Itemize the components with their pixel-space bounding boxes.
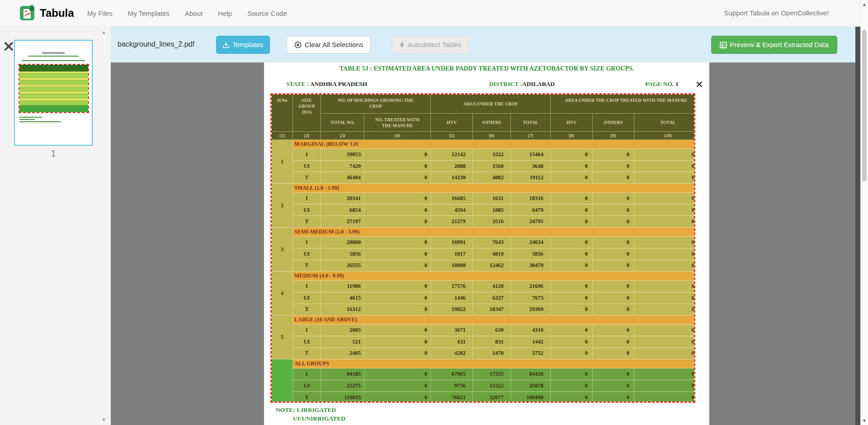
irrigation-type-cell: I (293, 368, 321, 380)
value-cell: 3516 (473, 216, 511, 228)
irrigation-type-cell: UI (293, 248, 321, 260)
state-label: STATE : (286, 81, 309, 87)
value-cell: 0 (551, 172, 593, 184)
value-cell: 0 (551, 248, 593, 260)
value-cell: 0 (551, 380, 593, 392)
value-cell: 3671 (431, 325, 473, 336)
value-cell: 0 (364, 237, 431, 248)
value-cell: 0 (364, 292, 431, 304)
thumb-selection-overlay (19, 64, 89, 113)
value-cell: 0 (364, 216, 431, 228)
slno-cell: 5 (272, 315, 293, 359)
value-cell: 0 (634, 193, 695, 205)
state-value: ANDHRA PRADESH (310, 81, 367, 87)
nav-my-templates[interactable]: My Templates (120, 10, 177, 17)
value-cell: 831 (473, 336, 511, 348)
value-cell: 0 (634, 172, 695, 184)
value-cell: 0 (551, 260, 593, 272)
page-thumbnail[interactable] (14, 40, 93, 146)
value-cell: 639 (473, 325, 511, 336)
value-cell: 0 (593, 304, 634, 316)
content-scrollbar[interactable] (855, 27, 860, 425)
value-cell: 15322 (473, 380, 511, 392)
pageno-value: 1 (675, 81, 679, 87)
sidebar-scroll-down-icon[interactable]: ▼ (101, 417, 106, 422)
size-group-band: SEMI-MEDIUM (2.0 - 3.99) (293, 228, 695, 237)
nav-source-code[interactable]: Source Code (240, 10, 295, 17)
header-hyv: HYV (551, 114, 593, 132)
value-cell: 94185 (321, 368, 364, 380)
value-cell: 0 (551, 392, 593, 403)
nav-about[interactable]: About (177, 10, 210, 17)
value-cell: 0 (551, 149, 593, 161)
sidebar-scroll-up-icon[interactable]: ▲ (101, 30, 106, 35)
size-group-band: MARGINAL (BELOW 1.0) (293, 140, 695, 149)
value-cell: 26555 (321, 260, 364, 272)
pdf-note-line2: UI-UNIRRIGATED (293, 415, 345, 422)
header-hyv: HYV (431, 114, 473, 132)
value-cell: 3322 (473, 149, 511, 161)
lightning-bolt-icon (400, 42, 405, 48)
delete-page-icon[interactable]: × (2, 38, 15, 53)
value-cell: 0 (364, 336, 431, 348)
table-icon (720, 42, 727, 48)
value-cell: 0 (364, 304, 431, 316)
scrollbar-thumb[interactable] (862, 30, 867, 181)
value-cell: 84420 (511, 368, 551, 380)
value-cell: 611 (431, 336, 473, 348)
col-number: (6) (473, 132, 511, 140)
table-selection-box[interactable]: Sl.No SIZE GROUP (HA) NO. OF HOLDINGS GR… (270, 93, 695, 403)
nav-my-files[interactable]: My Files (80, 10, 120, 17)
value-cell: 7429 (321, 161, 364, 172)
irrigation-type-cell: UI (293, 205, 321, 216)
value-cell: 0 (364, 260, 431, 272)
value-cell: 2005 (321, 325, 364, 336)
templates-button[interactable]: Templates (216, 36, 270, 54)
size-group-band: LARGE (10 AND ABOVE) (293, 315, 695, 325)
header-area-treated-group: AREA UNDER THE CROP TREATED WITH THE MAN… (551, 95, 695, 114)
value-cell: 18316 (511, 193, 551, 205)
value-cell: 0 (634, 348, 695, 360)
value-cell: 0 (593, 292, 634, 304)
remove-selection-icon[interactable]: × (695, 80, 703, 89)
table-section: ALL GROUPSI941850670651735584420000UI252… (272, 359, 695, 403)
value-cell: 1560 (473, 161, 511, 172)
value-cell: 3648 (511, 161, 551, 172)
irrigation-type-cell: T (293, 172, 321, 184)
col-number: (2) (293, 132, 321, 140)
value-cell: 1446 (431, 292, 473, 304)
value-cell: 0 (593, 161, 634, 172)
value-cell: 14230 (431, 172, 473, 184)
support-link[interactable]: Support Tabula on OpenCollective! (724, 0, 829, 26)
irrigation-type-cell: T (293, 392, 321, 403)
value-cell: 1885 (473, 205, 511, 216)
nav-links: My Files My Templates About Help Source … (80, 0, 295, 26)
value-cell: 1631 (473, 193, 511, 205)
value-cell: 0 (593, 281, 634, 292)
value-cell: 24634 (511, 237, 551, 248)
irrigation-type-cell: UI (293, 292, 321, 304)
irrigation-type-cell: I (293, 193, 321, 205)
value-cell: 6479 (511, 205, 551, 216)
pdf-page[interactable]: TABLE 5J : ESTIMATED AREA UNDER PADDY TR… (264, 62, 709, 425)
autodetect-tables-label: Autodetect Tables (408, 36, 462, 53)
scroll-down-arrow-icon[interactable]: ▼ (862, 418, 867, 423)
page-thumbnail-sidebar: ▲ × 1 ▼ (0, 26, 111, 425)
slno-cell: 2 (272, 184, 293, 228)
value-cell: 0 (593, 172, 634, 184)
value-cell: 2088 (431, 161, 473, 172)
col-number: (3) (321, 132, 364, 140)
preview-export-button[interactable]: Preview & Export Extracted Data (711, 36, 837, 54)
col-number: (5) (431, 132, 473, 140)
tabula-logo-icon[interactable] (20, 5, 36, 21)
value-cell: 29369 (511, 304, 551, 316)
value-cell: 0 (593, 193, 634, 205)
value-cell: 20341 (321, 193, 364, 205)
templates-button-label: Templates (232, 36, 263, 53)
clear-all-selections-button[interactable]: Clear All Selections (287, 36, 371, 54)
value-cell: 0 (593, 380, 634, 392)
nav-help[interactable]: Help (210, 10, 240, 17)
pdf-table-header: Sl.No SIZE GROUP (HA) NO. OF HOLDINGS GR… (272, 95, 695, 140)
table-section: 1MARGINAL (BELOW 1.0)I390530121423322154… (272, 140, 695, 184)
scroll-up-arrow-icon[interactable]: ▲ (862, 2, 867, 7)
